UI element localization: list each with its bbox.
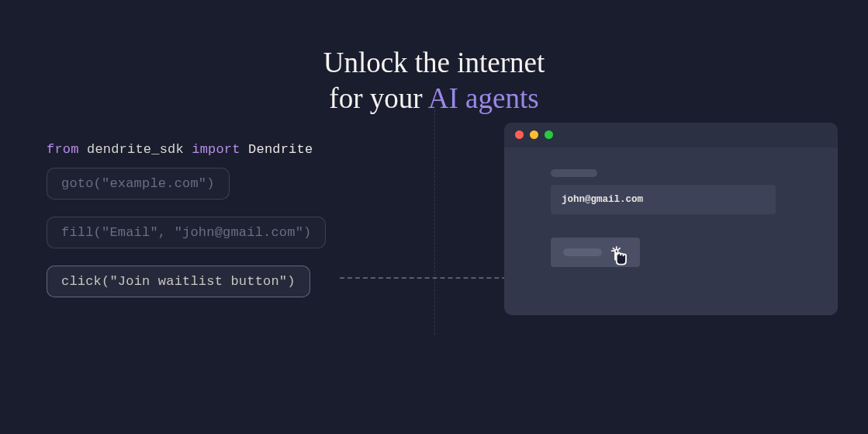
hero-title: Unlock the internet for your AI agents [0,0,868,117]
hero-line2-prefix: for your [329,82,427,114]
class-name: Dendrite [248,142,313,157]
import-statement: from dendrite_sdk import Dendrite [47,142,419,157]
browser-body: john@gmail.com [504,148,838,267]
code-line-fill: fill("Email", "john@gmail.com") [47,217,326,248]
email-label-skeleton [551,169,597,177]
pointer-cursor-icon [610,245,631,269]
join-waitlist-button[interactable] [551,238,640,267]
fn-click: click [61,274,102,289]
traffic-light-close-icon [515,130,524,139]
button-label-skeleton [563,248,602,256]
module-name: dendrite_sdk [87,142,184,157]
email-field-value: john@gmail.com [562,194,643,205]
content-area: from dendrite_sdk import Dendrite goto("… [0,117,868,314]
hero-line1: Unlock the internet [323,47,545,78]
code-line-click: click("Join waitlist button") [47,266,310,297]
vertical-divider [434,109,435,335]
code-line-goto: goto("example.com") [47,168,230,200]
browser-mockup: john@gmail.com [504,123,838,315]
traffic-light-minimize-icon [530,130,538,139]
keyword-from: from [47,142,79,157]
args-fill: "Email", "john@gmail.com" [102,225,303,240]
email-field[interactable]: john@gmail.com [551,185,776,214]
code-panel: from dendrite_sdk import Dendrite goto("… [47,142,419,314]
traffic-light-maximize-icon [545,130,553,139]
args-click: "Join waitlist button" [109,274,287,289]
args-goto: "example.com" [102,176,206,191]
hero-line2-accent: AI agents [428,82,539,114]
browser-chrome [504,123,838,148]
fn-fill: fill [61,225,94,240]
fn-goto: goto [61,176,94,191]
keyword-import: import [192,142,240,157]
